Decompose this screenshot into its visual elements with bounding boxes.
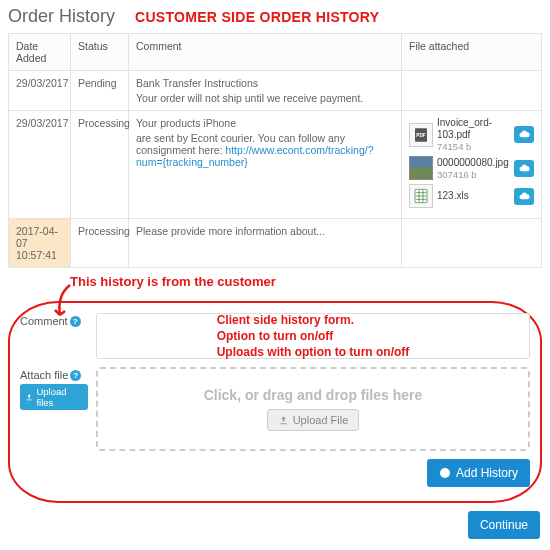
attach-file-label: Attach file — [20, 369, 68, 381]
continue-button[interactable]: Continue — [468, 511, 540, 539]
comment-label: Comment ? — [20, 313, 88, 327]
upload-file-button[interactable]: Upload File — [267, 409, 360, 431]
col-status: Status — [71, 34, 129, 71]
file-name: 123.xls — [437, 190, 510, 202]
cell-files: PDFInvoice_ord-103.pdf74154 b0000000080.… — [402, 111, 542, 219]
page-title: Order History — [8, 6, 115, 27]
download-button[interactable] — [514, 188, 534, 205]
cell-date: 29/03/2017 — [9, 111, 71, 219]
cell-files — [402, 71, 542, 111]
cell-status: Processing — [71, 111, 129, 219]
upload-files-button[interactable]: Upload files — [20, 384, 88, 410]
annotation-title: CUSTOMER SIDE ORDER HISTORY — [135, 9, 379, 25]
cell-status: Processing — [71, 219, 129, 268]
comment-textarea[interactable]: Client side history form. Option to turn… — [96, 313, 530, 359]
cell-files — [402, 219, 542, 268]
table-row: 29/03/2017PendingBank Transfer Instructi… — [9, 71, 542, 111]
help-icon[interactable]: ? — [70, 370, 81, 381]
pdf-icon: PDF — [409, 123, 433, 147]
file-item: 123.xls — [409, 184, 534, 208]
file-name: Invoice_ord-103.pdf — [437, 117, 510, 141]
table-header-row: Date Added Status Comment File attached — [9, 34, 542, 71]
dropzone-text: Click, or drag and drop files here — [204, 387, 423, 403]
file-size: 74154 b — [437, 141, 510, 152]
tracking-link[interactable]: http://www.econt.com/tracking/?num={trac… — [136, 144, 374, 168]
col-comment: Comment — [129, 34, 402, 71]
order-history-table: Date Added Status Comment File attached … — [8, 33, 542, 268]
cell-status: Pending — [71, 71, 129, 111]
add-history-button[interactable]: Add History — [427, 459, 530, 487]
cell-comment: Bank Transfer InstructionsYour order wil… — [129, 71, 402, 111]
table-row: 2017-04-07 10:57:41ProcessingPlease prov… — [9, 219, 542, 268]
cell-date: 29/03/2017 — [9, 71, 71, 111]
file-size: 307416 b — [437, 169, 510, 180]
file-item: 0000000080.jpg307416 b — [409, 156, 534, 180]
plus-icon — [439, 467, 451, 479]
history-form-panel: Comment ? Client side history form. Opti… — [8, 301, 542, 503]
file-dropzone[interactable]: Click, or drag and drop files here Uploa… — [96, 367, 530, 451]
file-name: 0000000080.jpg — [437, 157, 510, 169]
annotation-form-overlay: Client side history form. Option to turn… — [217, 313, 410, 360]
help-icon[interactable]: ? — [70, 316, 81, 327]
cell-comment: Your products iPhoneare sent by Econt co… — [129, 111, 402, 219]
xls-icon — [409, 184, 433, 208]
download-button[interactable] — [514, 126, 534, 143]
cell-comment: Please provide more information about... — [129, 219, 402, 268]
upload-icon — [25, 393, 33, 402]
col-file: File attached — [402, 34, 542, 71]
img-icon — [409, 156, 433, 180]
download-button[interactable] — [514, 160, 534, 177]
file-item: PDFInvoice_ord-103.pdf74154 b — [409, 117, 534, 152]
annotation-customer-history: This history is from the customer — [8, 268, 542, 291]
col-date: Date Added — [9, 34, 71, 71]
table-row: 29/03/2017ProcessingYour products iPhone… — [9, 111, 542, 219]
cell-date: 2017-04-07 10:57:41 — [9, 219, 71, 268]
upload-icon — [278, 415, 289, 426]
svg-text:PDF: PDF — [416, 133, 425, 138]
